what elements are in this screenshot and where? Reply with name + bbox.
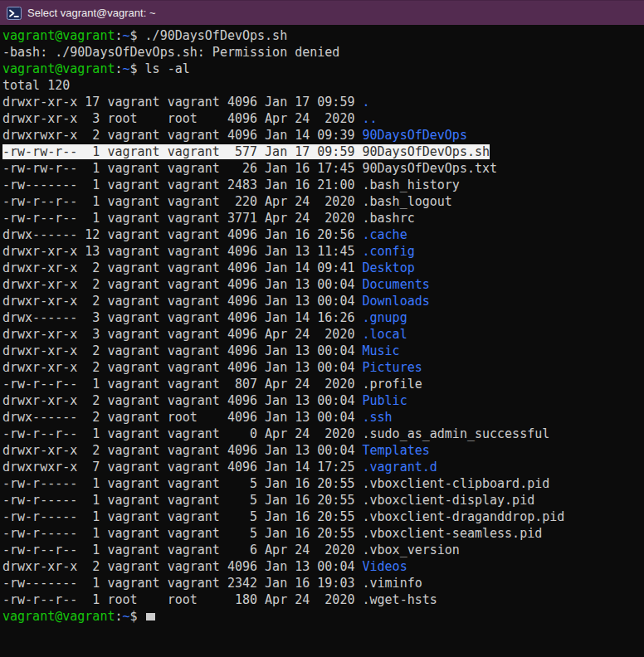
text-segment: .vbox_version	[362, 543, 459, 557]
text-segment: .profile	[362, 377, 422, 392]
text-segment: .bash_history	[362, 178, 459, 192]
text-segment: Downloads	[362, 294, 429, 309]
text-segment: -rw-r----- 1 vagrant vagrant 5 Jan 16 20…	[2, 493, 362, 508]
text-segment: ..	[362, 111, 377, 126]
text-segment: drwxr-xr-x 3 root root 4096 Apr 24 2020	[2, 111, 362, 126]
text-segment: ~	[123, 609, 130, 624]
text-segment: drwxr-xr-x 3 vagrant vagrant 4096 Apr 24…	[2, 327, 362, 342]
terminal-line: -rw-r----- 1 vagrant vagrant 5 Jan 16 20…	[2, 475, 644, 492]
terminal-line: drwxr-xr-x 17 vagrant vagrant 4096 Jan 1…	[2, 94, 644, 110]
text-segment: $ ./90DaysOfDevOps.sh	[130, 28, 288, 43]
terminal-line: drwxr-xr-x 3 root root 4096 Apr 24 2020 …	[2, 110, 644, 127]
text-segment: .sudo_as_admin_successful	[362, 426, 549, 441]
terminal-line: -rw-rw-r-- 1 vagrant vagrant 577 Jan 17 …	[2, 144, 644, 160]
terminal-line: vagrant@vagrant:~$	[2, 608, 644, 625]
text-segment: .	[362, 95, 369, 110]
text-segment: -rw-r----- 1 vagrant vagrant 5 Jan 16 20…	[2, 509, 362, 524]
text-segment: Music	[362, 343, 399, 358]
text-segment: -rw-r--r-- 1 vagrant vagrant 6 Apr 24 20…	[2, 543, 362, 557]
text-segment: $ ls -al	[130, 61, 190, 76]
text-segment: -bash: ./90DaysOfDevOps.sh: Permission d…	[2, 45, 339, 60]
text-segment: Documents	[362, 277, 429, 292]
text-segment: Desktop	[362, 260, 414, 275]
text-segment: -rw------- 1 vagrant vagrant 2342 Jan 16…	[2, 576, 362, 591]
terminal-line: -rw-r----- 1 vagrant vagrant 5 Jan 16 20…	[2, 492, 644, 509]
terminal-line: total 120	[2, 77, 644, 94]
text-segment: drwxr-xr-x 2 vagrant vagrant 4096 Jan 13…	[2, 393, 362, 408]
terminal-line: drwxr-xr-x 2 vagrant vagrant 4096 Jan 13…	[2, 558, 644, 575]
text-segment: vagrant@vagrant	[2, 28, 115, 43]
text-segment: drwx------ 12 vagrant vagrant 4096 Jan 1…	[2, 227, 362, 242]
text-segment: .wget-hsts	[362, 592, 437, 607]
text-segment: Videos	[362, 559, 407, 574]
terminal-line: -rw-r--r-- 1 vagrant vagrant 220 Apr 24 …	[2, 193, 644, 210]
terminal-line: drwx------ 12 vagrant vagrant 4096 Jan 1…	[2, 226, 644, 243]
terminal-line: -rw-rw-r-- 1 vagrant vagrant 26 Jan 16 1…	[2, 160, 644, 177]
text-segment: .vboxclient-seamless.pid	[362, 526, 542, 541]
text-segment: -rw-r----- 1 vagrant vagrant 5 Jan 16 20…	[2, 526, 362, 541]
text-segment: ~	[123, 28, 130, 43]
text-segment: Pictures	[362, 360, 422, 375]
text-segment: .gnupg	[362, 310, 407, 325]
terminal-line: drwxr-xr-x 3 vagrant vagrant 4096 Apr 24…	[2, 326, 644, 343]
terminal-line: drwxr-xr-x 2 vagrant vagrant 4096 Jan 13…	[2, 359, 644, 376]
text-segment: 90DaysOfDevOps	[362, 128, 466, 143]
terminal-line: drwxr-xr-x 2 vagrant vagrant 4096 Jan 13…	[2, 276, 644, 293]
terminal-line: drwxr-xr-x 2 vagrant vagrant 4096 Jan 13…	[2, 442, 644, 459]
text-segment: -rw------- 1 vagrant vagrant 2483 Jan 16…	[2, 178, 362, 192]
terminal-line: -rw-r--r-- 1 vagrant vagrant 6 Apr 24 20…	[2, 542, 644, 558]
text-segment: vagrant@vagrant	[2, 61, 115, 76]
terminal-line: drwxr-xr-x 2 vagrant vagrant 4096 Jan 14…	[2, 260, 644, 276]
text-segment: drwxr-xr-x 13 vagrant vagrant 4096 Jan 1…	[2, 244, 362, 259]
titlebar[interactable]: Select vagrant@vagrant: ~	[0, 0, 644, 25]
terminal-line: drwxr-xr-x 13 vagrant vagrant 4096 Jan 1…	[2, 243, 644, 260]
terminal-line: -rw-r--r-- 1 vagrant vagrant 0 Apr 24 20…	[2, 426, 644, 442]
terminal-line: -rw------- 1 vagrant vagrant 2342 Jan 16…	[2, 575, 644, 591]
text-segment: -rw-r--r-- 1 vagrant vagrant 220 Apr 24 …	[2, 194, 362, 209]
text-segment: drwxr-xr-x 2 vagrant vagrant 4096 Jan 13…	[2, 443, 362, 458]
text-segment: drwxr-xr-x 17 vagrant vagrant 4096 Jan 1…	[2, 95, 362, 110]
terminal-line: drwxr-xr-x 2 vagrant vagrant 4096 Jan 13…	[2, 392, 644, 409]
text-segment: .vboxclient-display.pid	[362, 493, 534, 508]
text-segment: -rw-r--r-- 1 vagrant vagrant 3771 Apr 24…	[2, 211, 362, 226]
text-segment: Templates	[362, 443, 429, 458]
text-segment: .bashrc	[362, 211, 414, 226]
text-segment: .viminfo	[362, 576, 422, 591]
terminal-line: drwx------ 2 vagrant root 4096 Jan 13 00…	[2, 409, 644, 426]
text-segment: .bash_logout	[362, 194, 451, 209]
text-segment: 90DaysOfDevOps.txt	[362, 161, 497, 176]
terminal-line: drwxr-xr-x 2 vagrant vagrant 4096 Jan 13…	[2, 293, 644, 309]
terminal-line: -rw-r--r-- 1 vagrant vagrant 807 Apr 24 …	[2, 376, 644, 392]
text-segment: drwx------ 3 vagrant vagrant 4096 Jan 14…	[2, 310, 362, 325]
text-segment: .vagrant.d	[362, 460, 437, 474]
text-segment: drwxrwxr-x 7 vagrant vagrant 4096 Jan 14…	[2, 460, 362, 474]
text-segment: total 120	[2, 78, 70, 93]
text-segment: :	[115, 28, 122, 43]
text-segment: -rw-r--r-- 1 vagrant vagrant 807 Apr 24 …	[2, 377, 362, 392]
text-segment: -rw-r----- 1 vagrant vagrant 5 Jan 16 20…	[2, 476, 362, 491]
text-segment: :	[115, 61, 122, 76]
text-segment: .local	[362, 327, 407, 342]
text-segment: .config	[362, 244, 414, 259]
terminal-line: drwxrwxr-x 7 vagrant vagrant 4096 Jan 14…	[2, 459, 644, 475]
terminal-cursor	[146, 613, 155, 620]
terminal-line: drwxrwxr-x 2 vagrant vagrant 4096 Jan 14…	[2, 127, 644, 144]
text-segment: drwx------ 2 vagrant root 4096 Jan 13 00…	[2, 410, 362, 425]
text-segment: .cache	[362, 227, 407, 242]
terminal-line: drwxr-xr-x 2 vagrant vagrant 4096 Jan 13…	[2, 343, 644, 359]
terminal-line: vagrant@vagrant:~$ ls -al	[2, 61, 644, 77]
text-segment: drwxr-xr-x 2 vagrant vagrant 4096 Jan 13…	[2, 277, 362, 292]
text-segment: Public	[362, 393, 407, 408]
window-title: Select vagrant@vagrant: ~	[27, 7, 155, 19]
text-segment: :	[115, 609, 122, 624]
terminal-line: vagrant@vagrant:~$ ./90DaysOfDevOps.sh	[2, 27, 644, 44]
text-segment: drwxrwxr-x 2 vagrant vagrant 4096 Jan 14…	[2, 128, 362, 143]
text-segment: ~	[123, 61, 130, 76]
terminal-window: Select vagrant@vagrant: ~ vagrant@vagran…	[0, 0, 644, 657]
terminal-output[interactable]: vagrant@vagrant:~$ ./90DaysOfDevOps.sh-b…	[0, 25, 644, 657]
text-segment: drwxr-xr-x 2 vagrant vagrant 4096 Jan 13…	[2, 294, 362, 309]
terminal-line: -rw-r----- 1 vagrant vagrant 5 Jan 16 20…	[2, 525, 644, 542]
text-segment: .ssh	[362, 410, 392, 425]
text-segment: drwxr-xr-x 2 vagrant vagrant 4096 Jan 13…	[2, 360, 362, 375]
text-segment: drwxr-xr-x 2 vagrant vagrant 4096 Jan 13…	[2, 559, 362, 574]
